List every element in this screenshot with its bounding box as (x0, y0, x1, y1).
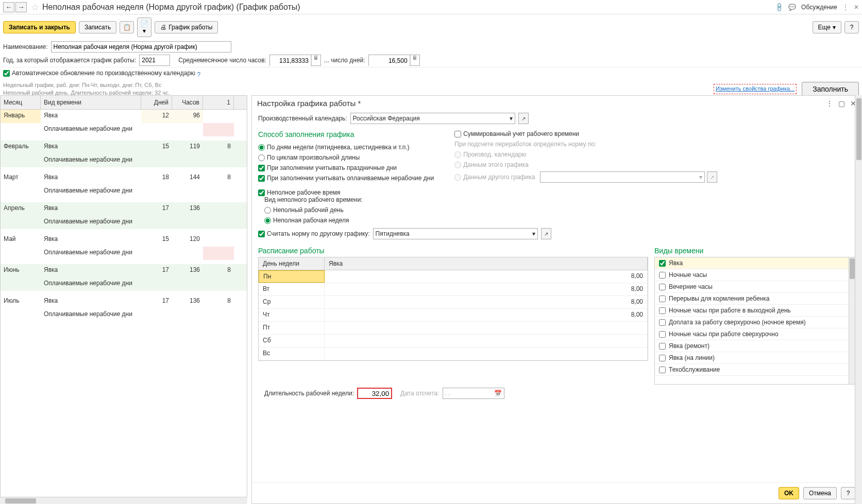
norm-graph-select[interactable]: Пятидневка ▾ (373, 228, 538, 239)
auto-update-checkbox[interactable]: Автоматическое обновление по производств… (3, 69, 195, 77)
footer-help-button[interactable]: ? (841, 487, 855, 499)
fill-by-cycles-radio[interactable]: По циклам произвольной длины (258, 154, 434, 161)
time-type-row[interactable]: Перерывы для кормления ребенка (655, 293, 855, 305)
auto-update-check-input[interactable] (3, 70, 10, 77)
copy-dropdown-button[interactable]: 📄▾ (137, 18, 151, 37)
schedule-day-row[interactable]: Пт (259, 322, 648, 335)
main-scrollbar[interactable] (855, 95, 862, 504)
schedule-day-row[interactable]: Вс (259, 347, 648, 360)
time-type-row[interactable]: Явка (на линии) (655, 352, 855, 364)
nav-back-button[interactable]: ← (3, 2, 14, 12)
close-icon[interactable]: ✕ (854, 4, 859, 11)
time-type-row[interactable]: Явка (655, 257, 855, 269)
duration-input[interactable] (357, 388, 392, 399)
favorite-star-icon[interactable]: ☆ (31, 2, 39, 13)
table-row[interactable]: МартЯвка181448 (1, 171, 247, 185)
time-type-row[interactable]: Явка (ремонт) (655, 340, 855, 352)
table-cell (172, 216, 203, 229)
name-label: Наименование: (3, 43, 48, 50)
discussion-link[interactable]: Обсуждение (801, 4, 837, 11)
schedule-day-row[interactable]: Сб (259, 335, 648, 347)
schedule-day-row[interactable]: Чт8,00 (259, 309, 648, 322)
table-row[interactable]: ИюньЯвка171368 (1, 264, 247, 277)
time-type-checkbox[interactable] (659, 331, 666, 338)
time-type-checkbox[interactable] (659, 284, 666, 290)
fill-by-days-radio[interactable]: По дням недели (пятидневка, шестидневка … (258, 144, 434, 151)
more-button[interactable]: Еще ▾ (813, 21, 841, 33)
table-row[interactable]: ФевральЯвка151198 (1, 141, 247, 154)
panel-maximize-icon[interactable]: ▢ (838, 99, 845, 108)
schedule-day-row[interactable]: Вт8,00 (259, 283, 648, 296)
table-row[interactable]: Оплачиваемые нерабочие дни (1, 154, 247, 167)
partial-day-radio[interactable]: Неполный рабочий день (264, 206, 855, 214)
time-type-checkbox[interactable] (659, 260, 666, 267)
table-row[interactable]: Оплачиваемые нерабочие дни (1, 123, 247, 136)
types-scrollbar[interactable] (849, 257, 855, 384)
consider-holidays-check[interactable]: При заполнении учитывать праздничные дни (258, 164, 434, 171)
calendar-open-button[interactable]: ↗ (518, 113, 529, 124)
schedule-day-row[interactable]: Пн8,00 (259, 270, 648, 283)
time-type-row[interactable]: Доплата за работу сверхурочно (ночное вр… (655, 317, 855, 328)
save-button[interactable]: Записать (79, 21, 116, 33)
table-row[interactable]: Оплачиваемые нерабочие дни (1, 216, 247, 229)
day-name-cell: Вс (259, 347, 325, 360)
time-type-checkbox[interactable] (659, 296, 666, 302)
time-type-row[interactable]: Ночные часы при работе в выходной день (655, 305, 855, 317)
avg-days-input[interactable] (369, 55, 410, 66)
calculator-icon[interactable]: 🖩 (410, 55, 419, 65)
help-button[interactable]: ? (844, 21, 859, 33)
sum-time-check[interactable]: Суммированный учет рабочего времени (454, 130, 717, 137)
panel-kebab-icon[interactable]: ⋮ (826, 99, 833, 108)
time-type-checkbox[interactable] (659, 343, 666, 350)
day-name-cell: Чт (259, 309, 325, 321)
table-row[interactable]: АпрельЯвка17136 (1, 202, 247, 216)
help-icon[interactable]: ? (197, 71, 200, 78)
time-type-checkbox[interactable] (659, 367, 666, 373)
time-type-checkbox[interactable] (659, 307, 666, 314)
schedule-table[interactable]: Месяц Вид времени Дней Часов 1 ЯнварьЯвк… (0, 95, 247, 504)
table-row[interactable]: Оплачиваемые нерабочие дни (1, 247, 247, 260)
table-row[interactable]: ЯнварьЯвка1296 (1, 110, 247, 123)
time-types-table[interactable]: ЯвкаНочные часыВечерние часыПерерывы для… (654, 257, 855, 385)
table-row[interactable]: МайЯвка15120 (1, 233, 247, 247)
kebab-menu-icon[interactable]: ⋮ (842, 4, 849, 11)
partial-time-check[interactable]: Неполное рабочее время (258, 189, 855, 196)
time-type-row[interactable]: Ночные часы (655, 269, 855, 281)
table-row[interactable]: Оплачиваемые нерабочие дни (1, 308, 247, 322)
ok-button[interactable]: OK (779, 487, 799, 499)
save-and-close-button[interactable]: Записать и закрыть (3, 21, 76, 33)
time-type-checkbox[interactable] (659, 272, 666, 279)
time-type-checkbox[interactable] (659, 355, 666, 361)
chevron-down-icon: ▾ (510, 115, 513, 122)
change-properties-link[interactable]: Изменить свойства графика... (714, 84, 797, 94)
calendar-select[interactable]: Российская Федерация ▾ (350, 113, 515, 124)
table-cell: Явка (41, 233, 141, 247)
partial-week-radio[interactable]: Неполная рабочая неделя (264, 217, 855, 224)
schedule-days-table[interactable]: День недели Явка Пн8,00Вт8,00Ср8,00Чт8,0… (258, 257, 648, 361)
table-row[interactable]: Оплачиваемые нерабочие дни (1, 185, 247, 198)
nav-forward-button[interactable]: → (15, 2, 27, 12)
cancel-button[interactable]: Отмена (803, 487, 837, 499)
list-button[interactable]: 📋 (120, 21, 134, 33)
time-type-checkbox[interactable] (659, 319, 666, 326)
link-icon[interactable]: 🔗 (774, 2, 785, 12)
table-cell (172, 185, 203, 198)
calc-norm-check[interactable]: Считать норму по другому графику: (258, 230, 370, 237)
table-row[interactable]: Оплачиваемые нерабочие дни (1, 277, 247, 291)
time-type-row[interactable]: Ночные часы при работе сверхурочно (655, 328, 855, 340)
norm-open-button[interactable]: ↗ (541, 228, 551, 239)
table-h-scrollbar[interactable] (0, 497, 247, 504)
avg-hours-input[interactable] (270, 55, 311, 66)
time-type-row[interactable]: Вечерние часы (655, 281, 855, 293)
name-input[interactable] (51, 41, 231, 53)
chat-icon[interactable]: 💬 (788, 4, 796, 11)
print-schedule-button[interactable]: 🖨 График работы (155, 21, 218, 33)
schedule-day-row[interactable]: Ср8,00 (259, 296, 648, 309)
time-type-row[interactable]: Техобслуживание (655, 364, 855, 376)
consider-paid-off-check[interactable]: При заполнении учитывать оплачиваемые не… (258, 175, 434, 182)
year-spinner[interactable] (139, 55, 170, 66)
fill-button[interactable]: Заполнить (802, 82, 859, 96)
table-row[interactable]: ИюльЯвка171368 (1, 295, 247, 308)
calculator-icon[interactable]: 🖩 (311, 55, 320, 65)
overtime-calendar-radio: Производ. календарю (454, 151, 717, 158)
